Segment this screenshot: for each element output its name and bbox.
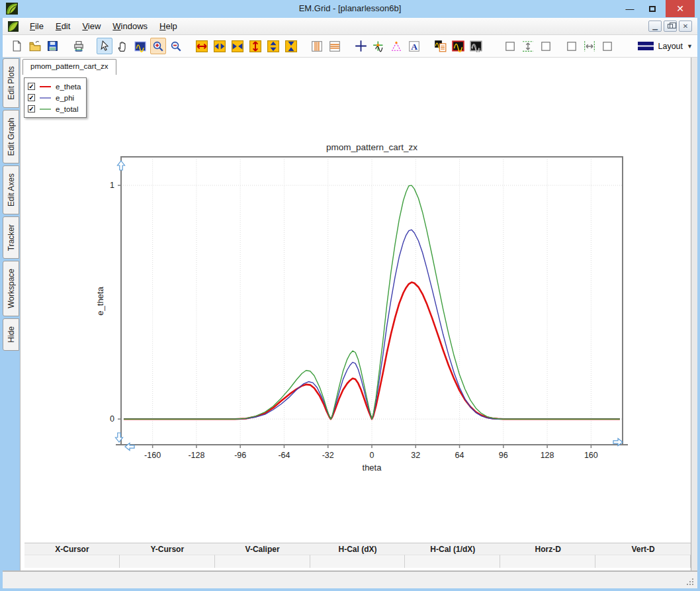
x-axis-label: theta [363, 463, 382, 473]
sidebar-tab-edit-graph[interactable]: Edit Graph [3, 110, 19, 163]
menu-edit[interactable]: Edit [50, 19, 76, 33]
chart-canvas: -160-128-96-64-32032649612816001pmom_pat… [93, 139, 635, 477]
x-tick-label: 32 [411, 451, 420, 460]
sidebar-tab-tracker[interactable]: Tracker [3, 216, 19, 259]
legend-checkbox-e-total[interactable]: ✓ [28, 105, 35, 113]
maximize-button[interactable] [643, 0, 662, 17]
legend-checkbox-e-theta[interactable]: ✓ [28, 83, 35, 90]
legend-swatch-e-theta [40, 86, 51, 87]
fit-horizontal-button[interactable] [582, 38, 597, 54]
document-tab[interactable]: pmom_pattern_cart_zx [22, 59, 116, 75]
expand-x-button[interactable] [194, 38, 210, 54]
menu-bar: File Edit View Windows Help ▁ ✕ [3, 18, 697, 35]
mdi-restore-button[interactable] [664, 21, 677, 32]
print-button[interactable] [71, 38, 87, 54]
caliper-button[interactable] [388, 38, 404, 54]
compress-x-icon [232, 40, 243, 52]
scroll-y-button[interactable] [265, 38, 281, 54]
pan-tool-button[interactable] [114, 38, 130, 54]
plot-frame-red-icon [452, 40, 464, 52]
readout-value-horz-d [500, 555, 595, 568]
fit-vertical-button[interactable] [520, 38, 536, 54]
x-tick-label: 160 [584, 451, 598, 460]
compress-y-button[interactable] [283, 38, 299, 54]
copy-plot-button[interactable] [432, 38, 448, 54]
title-bar: EM.Grid - [planarlesson6b] — ✕ [0, 0, 700, 18]
chart-title: pmom_pattern_cart_zx [326, 142, 417, 152]
x-tick-label: -128 [188, 451, 204, 460]
layout-label: Layout [658, 42, 683, 51]
readout-value-h-cal-dx [310, 555, 406, 568]
fit-horizontal-icon [584, 40, 595, 52]
grid-vertical-button[interactable] [309, 38, 325, 54]
readout-value-h-cal-1dx [405, 555, 500, 568]
close-button[interactable]: ✕ [666, 0, 695, 17]
save-button[interactable] [45, 38, 61, 54]
minimize-button[interactable]: — [621, 0, 639, 17]
grid-horizontal-icon [329, 40, 341, 52]
menu-windows[interactable]: Windows [107, 19, 153, 33]
expand-y-button[interactable] [247, 38, 263, 54]
zoom-in-button[interactable] [150, 38, 166, 54]
cursor-arrow-icon [99, 40, 110, 52]
tracker-icon [372, 40, 385, 52]
legend-swatch-e-phi [40, 97, 51, 99]
svg-text:A: A [411, 41, 417, 51]
autofit-h-right-checkbox[interactable] [599, 38, 615, 54]
autofit-h-left-checkbox[interactable] [564, 38, 580, 54]
scroll-x-button[interactable] [212, 38, 228, 54]
zoom-window-icon [134, 40, 146, 52]
readout-col-h-cal-dx: H-Cal (dX) [310, 543, 406, 555]
legend-item-e-phi: ✓ e_phi [28, 92, 81, 103]
autofit-v-right-checkbox[interactable] [538, 38, 554, 54]
plot-frame-red-button[interactable] [450, 38, 466, 54]
caliper-triangle-icon [390, 40, 402, 52]
menu-view[interactable]: View [76, 19, 107, 33]
zoom-window-button[interactable] [132, 38, 148, 54]
text-annotation-button[interactable]: A [406, 38, 422, 54]
printer-icon [73, 40, 85, 52]
resize-grip[interactable] [685, 576, 693, 585]
sidebar-tab-edit-axes[interactable]: Edit Axes [3, 165, 19, 214]
mdi-close-button[interactable]: ✕ [679, 21, 692, 32]
new-button[interactable] [9, 38, 25, 54]
checkbox-icon [566, 40, 578, 52]
x-tick-label: 96 [499, 451, 508, 460]
pan-up-arrow[interactable] [118, 161, 125, 170]
tracker-button[interactable] [371, 38, 386, 54]
pan-hand-icon [116, 40, 128, 52]
zoom-out-button[interactable] [168, 38, 184, 54]
mdi-window-buttons: ▁ ✕ [648, 21, 692, 32]
crosshair-button[interactable] [353, 38, 369, 54]
layout-icon [638, 41, 654, 51]
mdi-restore-icon [668, 24, 673, 28]
readout-value-v-caliper [215, 555, 310, 568]
menu-file[interactable]: File [24, 19, 50, 33]
legend-checkbox-e-phi[interactable]: ✓ [28, 94, 35, 101]
chart: -160-128-96-64-32032649612816001pmom_pat… [93, 139, 635, 477]
compress-x-button[interactable] [230, 38, 245, 54]
legend-swatch-e-total [40, 109, 51, 110]
open-button[interactable] [27, 38, 43, 54]
mdi-minimize-button[interactable]: ▁ [648, 21, 662, 32]
expand-x-icon [196, 40, 208, 52]
autofit-v-left-checkbox[interactable] [502, 38, 518, 54]
expand-y-icon [249, 40, 261, 52]
readout-col-x-cursor: X-Cursor [24, 543, 120, 555]
sidebar-tab-workspace[interactable]: Workspace [3, 261, 19, 316]
sidebar-tab-hide[interactable]: Hide [3, 318, 19, 351]
x-tick-label: 64 [455, 451, 464, 460]
text-icon: A [408, 40, 420, 52]
select-tool-button[interactable] [97, 38, 112, 54]
plot-frame-multi-button[interactable] [468, 38, 484, 54]
scroll-x-icon [214, 40, 226, 52]
dropdown-caret-icon: ▼ [687, 43, 693, 50]
grid-vertical-icon [311, 40, 323, 52]
layout-dropdown[interactable]: Layout ▼ [633, 39, 697, 53]
sidebar-tab-edit-plots[interactable]: Edit Plots [3, 58, 19, 108]
legend-item-e-theta: ✓ e_theta [28, 81, 81, 92]
grid-horizontal-button[interactable] [327, 38, 343, 54]
menu-help[interactable]: Help [153, 19, 183, 33]
plot-frame-multi-icon [470, 40, 482, 52]
curve-e_theta [124, 283, 620, 420]
